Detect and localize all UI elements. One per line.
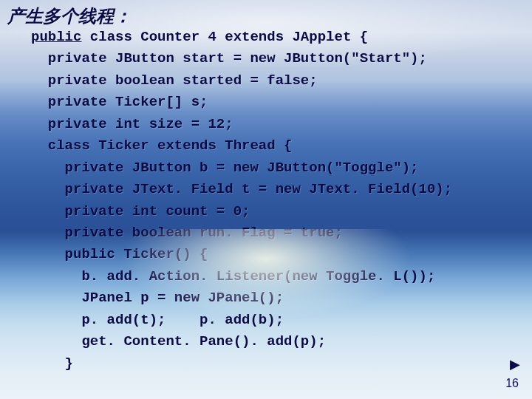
slide: 产生多个线程： public class Counter 4 extends J… xyxy=(0,0,532,399)
page-number: 16 xyxy=(505,377,519,390)
slide-title: 产生多个线程： xyxy=(7,4,132,28)
next-arrow-icon[interactable]: ▶ xyxy=(510,356,520,372)
code-block: public class Counter 4 extends JApplet {… xyxy=(31,27,510,375)
